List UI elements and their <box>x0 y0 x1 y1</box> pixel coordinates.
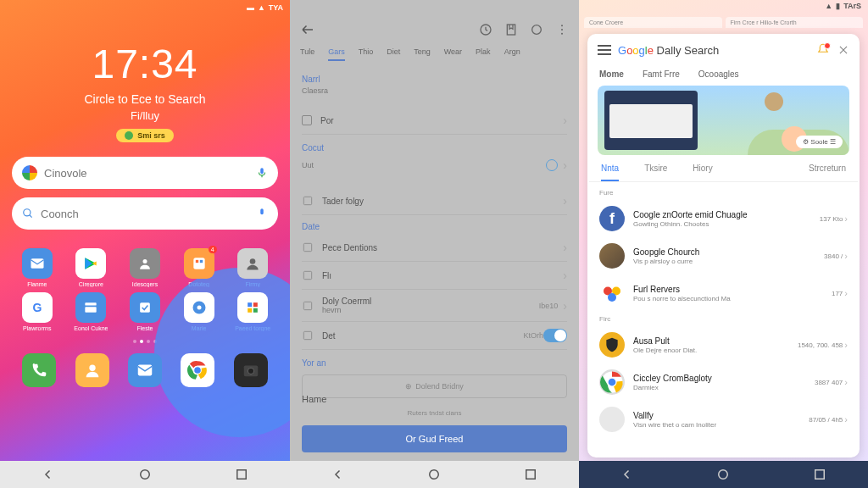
list-item[interactable]: Goopgle ChourchVis p alrsloy o curre3840… <box>587 237 860 274</box>
svg-rect-29 <box>507 25 515 35</box>
svg-text:G: G <box>32 301 42 314</box>
tab-teng[interactable]: Teng <box>414 47 431 61</box>
tab-thio[interactable]: Thio <box>359 47 374 61</box>
settings-row[interactable]: Doly CoerrmlhevrnIbe10› <box>302 290 567 322</box>
app-eonol cukne[interactable]: Eonol Cukne <box>66 292 117 331</box>
app-flanme[interactable]: Flanme <box>12 248 63 287</box>
more-icon[interactable] <box>555 23 569 36</box>
svg-point-25 <box>248 368 253 374</box>
svg-point-39 <box>430 470 439 480</box>
back-button[interactable] <box>41 467 56 482</box>
settings-panel: TuleGarsThioDietTengWearPlakArgn Narrl C… <box>290 0 579 488</box>
list-item[interactable]: fCoogle znOorte emid ChuagleGowting Othi… <box>587 200 860 237</box>
promo-banner[interactable]: ⚙ Soole ☰ <box>598 86 849 155</box>
nav-item[interactable]: Famt Frre <box>643 69 680 79</box>
list-item[interactable]: Ciccley CromBaglotyDarmiex3887 407 › <box>587 363 860 401</box>
back-arrow-icon[interactable] <box>300 22 315 37</box>
svg-rect-16 <box>253 302 258 307</box>
svg-rect-17 <box>248 308 252 313</box>
toggle-switch[interactable] <box>543 329 567 342</box>
settings-row[interactable]: Pece Dentions› <box>302 234 567 262</box>
browser-tabs: Cone CroereFirn Crce r Hilio-fe Crorth <box>579 15 868 30</box>
settings-row[interactable]: Flı› <box>302 262 567 290</box>
secondary-search-widget[interactable]: Coonch <box>12 197 278 230</box>
svg-rect-20 <box>138 365 153 376</box>
settings-row[interactable]: Por › <box>302 107 567 135</box>
dock-phone[interactable] <box>17 353 61 387</box>
clock-widget[interactable]: 17:34 Circle to Ece to Search Fi/lluy Sm… <box>0 41 290 143</box>
history-icon[interactable] <box>479 23 492 36</box>
svg-point-14 <box>197 306 201 310</box>
checkbox[interactable] <box>302 115 312 125</box>
svg-rect-38 <box>303 331 311 339</box>
google-search-widget[interactable]: Cinovole <box>12 157 278 189</box>
svg-point-33 <box>561 33 563 35</box>
browser-tab[interactable]: Cone Croere <box>584 17 722 28</box>
recents-button[interactable] <box>234 467 249 482</box>
browser-tab[interactable]: Firn Crce r Hilio-fe Crorth <box>726 17 864 28</box>
list-item[interactable]: VallfyVisn wire thet o cam Inoliter87/05… <box>587 401 860 438</box>
home-screen-panel: ▬▲TYA 17:34 Circle to Ece to Search Fi/l… <box>0 0 290 488</box>
content-tab[interactable]: Nnta <box>601 164 619 181</box>
close-icon[interactable] <box>837 44 849 56</box>
back-button[interactable] <box>331 467 346 482</box>
mic-icon[interactable] <box>256 208 268 219</box>
nav-item[interactable]: Ocooagles <box>698 69 739 79</box>
home-button[interactable] <box>137 467 153 482</box>
dock-messages[interactable] <box>123 353 167 387</box>
dock-contacts[interactable] <box>70 353 114 387</box>
dock-chrome[interactable] <box>175 353 220 387</box>
tab-plak[interactable]: Plak <box>476 47 491 61</box>
tab-wear[interactable]: Wear <box>444 47 462 61</box>
tab-diet[interactable]: Diet <box>387 47 400 61</box>
svg-rect-47 <box>815 470 825 480</box>
settings-row[interactable]: Uut › <box>302 155 567 175</box>
app-ciregrore[interactable]: Ciregrore <box>66 248 117 287</box>
app-idescgers[interactable]: Idescgers <box>120 248 170 287</box>
navigation-bar <box>579 461 868 488</box>
tag-icon[interactable] <box>530 23 543 36</box>
mic-icon[interactable] <box>256 167 268 179</box>
svg-point-23 <box>194 367 202 374</box>
svg-rect-2 <box>31 258 43 269</box>
tab-tule[interactable]: Tule <box>300 47 314 61</box>
home-button[interactable] <box>426 467 442 482</box>
app-plawrorrns[interactable]: GPlawrorrns <box>12 292 63 331</box>
section-header: Date <box>302 222 567 231</box>
svg-point-30 <box>532 25 542 35</box>
list-item[interactable]: Ausa PultOle Dejre enoor Diat.1540, 700.… <box>587 326 860 363</box>
svg-rect-4 <box>193 258 204 269</box>
nav-item[interactable]: Mome <box>599 69 624 79</box>
svg-rect-6 <box>199 260 202 263</box>
content-tab[interactable]: Hiory <box>693 164 712 181</box>
field-value[interactable]: Claesra <box>302 86 567 95</box>
weather-pill[interactable]: Smi srs <box>116 129 174 142</box>
svg-point-7 <box>250 258 256 264</box>
field-label: Narrl <box>302 75 567 84</box>
settings-row[interactable]: Tader folgy› <box>302 187 567 215</box>
tab-argn[interactable]: Argn <box>504 47 520 61</box>
list-item[interactable]: Furl RerversPou s norre to alsecunctiond… <box>587 274 860 312</box>
svg-rect-12 <box>140 302 150 313</box>
back-button[interactable] <box>620 467 635 482</box>
settings-row[interactable]: DetKtOrh <box>302 322 567 350</box>
content-tab[interactable]: Tksire <box>644 164 667 181</box>
svg-rect-34 <box>303 197 311 204</box>
svg-point-3 <box>142 259 147 263</box>
primary-button[interactable]: Or Gud Freed <box>302 425 567 452</box>
dock-camera[interactable] <box>229 353 273 387</box>
bookmark-icon[interactable] <box>504 23 518 36</box>
section-label: Yor an <box>302 358 567 368</box>
content-tab[interactable]: Strcreturn <box>809 164 846 181</box>
home-button[interactable] <box>715 467 731 482</box>
notification-icon[interactable] <box>815 42 831 58</box>
recents-button[interactable] <box>523 467 538 482</box>
svg-rect-40 <box>526 470 536 480</box>
navigation-bar <box>290 461 579 488</box>
menu-icon[interactable] <box>598 45 611 55</box>
svg-point-46 <box>719 470 728 480</box>
settings-tabs: TuleGarsThioDietTengWearPlakArgn <box>290 44 579 68</box>
clock-time: 17:34 <box>0 41 290 87</box>
tab-gars[interactable]: Gars <box>328 47 345 61</box>
recents-button[interactable] <box>812 467 827 482</box>
